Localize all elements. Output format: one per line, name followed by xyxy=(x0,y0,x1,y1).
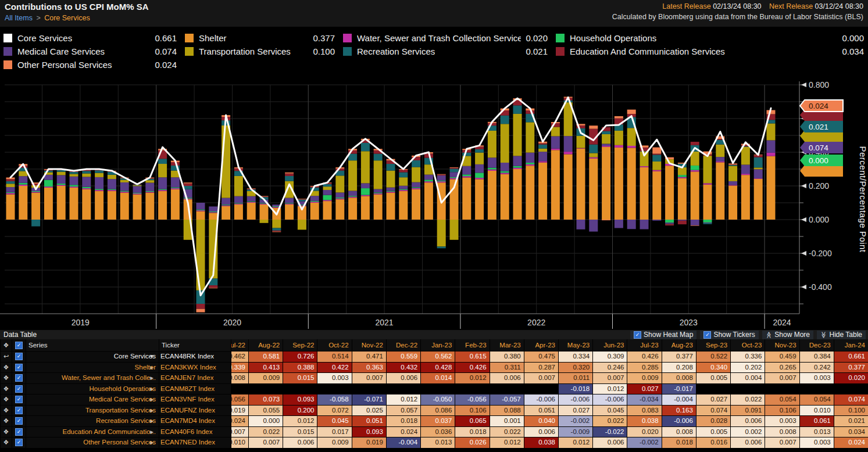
header: Contributions to US CPI MoM% SA All Item… xyxy=(0,0,868,27)
bar-segment xyxy=(310,203,319,220)
month-column-header[interactable]: Mar-23 xyxy=(490,339,524,351)
legend-item[interactable]: Recreation Services 0.021 xyxy=(343,45,548,58)
row-checkbox[interactable]: ✓ xyxy=(12,437,26,448)
ticker-cell[interactable]: ECAN3VNF Index xyxy=(159,394,231,405)
control-show-more[interactable]: ≪Show More xyxy=(762,331,813,339)
move-icon[interactable]: ❖ xyxy=(0,426,12,437)
row-checkbox[interactable]: ✓ xyxy=(12,415,26,426)
ticker-cell[interactable]: ECANUFNZ Index xyxy=(159,405,231,416)
bar-segment xyxy=(678,178,687,220)
month-column-header[interactable]: Jun-23 xyxy=(592,339,627,351)
month-column-header[interactable]: Sep-22 xyxy=(283,339,317,351)
legend-item[interactable]: Water, Sewer and Trash Collection Servic… xyxy=(343,31,548,45)
month-column-header[interactable]: Dec-23 xyxy=(799,339,834,351)
month-column-header[interactable]: Jan-24 xyxy=(834,339,868,351)
checkbox-icon[interactable]: ✓ xyxy=(634,331,641,339)
checkbox-icon[interactable]: ✓ xyxy=(703,331,711,339)
month-column-header[interactable]: Apr-23 xyxy=(524,339,558,351)
ticker-cell[interactable]: ECANM8ZT Index xyxy=(159,383,231,394)
legend-item[interactable]: Medical Care Services 0.074 xyxy=(3,45,177,58)
series-name[interactable]: ▸Shelter xyxy=(26,362,159,373)
move-icon[interactable]: ❖ xyxy=(0,372,12,383)
move-icon[interactable]: ❖ xyxy=(0,437,12,448)
bar-segment xyxy=(197,210,205,211)
legend-item[interactable]: Education And Communication Services 0.0… xyxy=(556,45,864,58)
move-all-icon[interactable]: ❖ xyxy=(0,339,12,351)
row-checkbox[interactable]: ✓ xyxy=(12,362,26,373)
month-column-header[interactable]: Nov-22 xyxy=(352,339,386,351)
month-column-header[interactable]: Aug-22 xyxy=(248,339,283,351)
row-checkbox[interactable]: ✓ xyxy=(12,405,26,416)
month-column-header[interactable]: Nov-23 xyxy=(765,339,799,351)
row-checkbox[interactable]: ✓ xyxy=(12,394,26,405)
breadcrumb-all-items[interactable]: All Items xyxy=(5,14,33,22)
ticker-cell[interactable]: ECANJEN7 Index xyxy=(159,372,231,383)
breadcrumb-core-services[interactable]: Core Services xyxy=(44,14,90,22)
ticker-cell[interactable]: ECAN3KWX Index xyxy=(159,362,231,373)
control-show-heat-map[interactable]: ✓Show Heat Map xyxy=(630,331,696,339)
move-icon[interactable]: ❖ xyxy=(0,415,12,426)
month-column-header[interactable]: Sep-23 xyxy=(696,339,730,351)
select-all-checkbox[interactable]: ✓ xyxy=(12,339,26,351)
ticker-cell[interactable]: ECAN40F6 Index xyxy=(159,426,231,437)
table-cell-value: 0.086 xyxy=(420,405,455,416)
legend-item[interactable]: Core Services 0.661 xyxy=(3,31,177,45)
table-cell-value: 0.088 xyxy=(490,405,524,416)
bar-segment xyxy=(19,176,27,183)
table-cell-value: -0.050 xyxy=(420,394,455,405)
month-column-header[interactable]: Oct-23 xyxy=(730,339,765,351)
ticker-cell[interactable]: ECAN48RK Index xyxy=(159,351,231,362)
series-name[interactable]: ▾Core Services xyxy=(26,351,159,362)
row-checkbox[interactable]: ✓ xyxy=(12,351,26,362)
bar-segment xyxy=(728,185,737,220)
bar-segment xyxy=(691,170,699,172)
month-column-header[interactable]: Feb-23 xyxy=(455,339,489,351)
series-name[interactable]: ▸Household Operations xyxy=(26,383,159,394)
bar-segment xyxy=(108,179,116,189)
series-name[interactable]: ▸Recreation Services xyxy=(26,415,159,426)
move-icon[interactable]: ❖ xyxy=(0,394,12,405)
move-icon[interactable]: ❖ xyxy=(0,405,12,416)
table-cell-value: -0.034 xyxy=(627,394,661,405)
series-name[interactable]: ▸Water, Sewer and Trash Colle... xyxy=(26,372,159,383)
series-name[interactable]: ▸Transportation Services xyxy=(26,405,159,416)
month-column-header[interactable]: May-23 xyxy=(558,339,592,351)
legend-item[interactable]: Household Operations 0.000 xyxy=(556,31,864,45)
bar-segment xyxy=(589,157,598,159)
ticker-cell[interactable]: ECAN7NED Index xyxy=(159,437,231,448)
month-column-header[interactable]: Jul-23 xyxy=(627,339,661,351)
legend-item[interactable]: Other Personal Services 0.024 xyxy=(3,58,177,71)
month-column-header[interactable]: Jul-22 xyxy=(231,339,248,351)
undo-icon[interactable]: ↩ xyxy=(0,351,12,362)
series-name[interactable]: ▸Medical Care Services xyxy=(26,394,159,405)
move-icon[interactable]: ❖ xyxy=(0,383,12,394)
table-cell-value: 0.006 xyxy=(592,437,627,448)
row-checkbox[interactable]: ✓ xyxy=(12,426,26,437)
ticker-cell[interactable]: ECAN7MD4 Index xyxy=(159,415,231,426)
table-cell-value: 0.006 xyxy=(490,372,524,383)
bar-segment xyxy=(475,173,484,178)
bar-segment xyxy=(323,186,332,190)
control-hide-table[interactable]: ≪Hide Table xyxy=(817,331,866,339)
month-column-header[interactable]: Jan-23 xyxy=(420,339,455,351)
bar-segment xyxy=(95,177,103,189)
month-column-header[interactable]: Oct-22 xyxy=(317,339,351,351)
table-cell-value: 0.012 xyxy=(455,372,489,383)
control-show-tickers[interactable]: ✓Show Tickers xyxy=(700,331,758,339)
row-checkbox[interactable]: ✓ xyxy=(12,372,26,383)
bar-segment xyxy=(209,285,217,288)
series-name[interactable]: ▸Education And Communicatio... xyxy=(26,426,159,437)
bar-segment xyxy=(538,144,547,145)
move-icon[interactable]: ❖ xyxy=(0,362,12,373)
bar-segment xyxy=(285,173,294,174)
legend-item[interactable]: Transportation Services 0.100 xyxy=(185,45,335,58)
legend-label: Medical Care Services xyxy=(17,46,105,56)
series-name[interactable]: ▸Other Personal Services xyxy=(26,437,159,448)
bar-segment xyxy=(627,148,636,220)
month-column-header[interactable]: Aug-23 xyxy=(662,339,696,351)
table-cell-value: 0.054 xyxy=(799,394,834,405)
month-column-header[interactable]: Dec-22 xyxy=(386,339,420,351)
table-cell-blank xyxy=(248,383,283,394)
legend-item[interactable]: Shelter 0.377 xyxy=(185,31,335,45)
row-checkbox[interactable]: ✓ xyxy=(12,383,26,394)
